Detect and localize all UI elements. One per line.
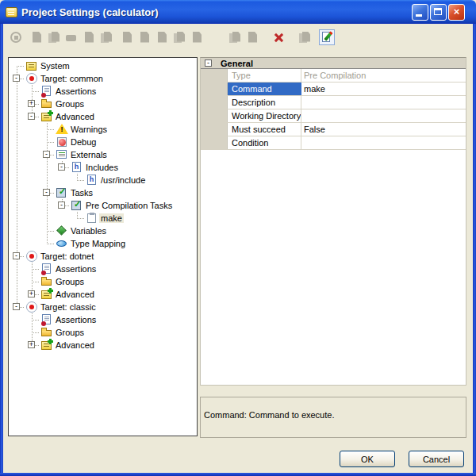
property-value[interactable] [301, 136, 466, 149]
property-row-working-directory: Working Directory [201, 109, 466, 123]
externals-icon [56, 148, 68, 161]
tree-indent [10, 161, 25, 174]
expand-icon[interactable]: + [28, 290, 35, 298]
property-indent-strip [201, 109, 228, 122]
tree-connector: - [10, 301, 25, 313]
tree-node-label[interactable]: make [99, 213, 124, 223]
tree-connector: - [40, 186, 55, 199]
toolbar-button-8-icon [138, 31, 152, 44]
property-name[interactable]: Type [228, 69, 301, 82]
tree-node-label[interactable]: Advanced [54, 340, 96, 350]
toolbar-button-12-icon [228, 31, 242, 44]
tree-indent [10, 85, 25, 98]
collapse-icon[interactable]: - [13, 75, 20, 82]
tree-node-label[interactable]: Groups [54, 277, 86, 286]
groups-icon [40, 326, 53, 339]
edit-button[interactable] [319, 29, 335, 45]
collapse-icon[interactable]: - [43, 189, 50, 196]
toolbar-button-9-icon [155, 31, 169, 44]
property-value[interactable] [301, 96, 466, 109]
property-name[interactable]: Working Directory [228, 109, 301, 122]
window-icon [6, 7, 17, 17]
tree-node-label[interactable]: Advanced [54, 290, 96, 299]
property-name[interactable]: Must succeed [228, 123, 301, 136]
tasks-icon [71, 199, 83, 212]
groups-icon [40, 275, 53, 288]
tree-node-advanced: +Advanced [10, 339, 197, 351]
toolbar-button-1-icon [10, 31, 23, 44]
delete-button[interactable] [272, 31, 286, 44]
ok-button[interactable]: OK [340, 451, 395, 467]
assertions-icon [40, 313, 53, 326]
minimize-icon [416, 14, 422, 17]
tree-indent [10, 186, 25, 199]
property-indent-strip [201, 69, 228, 82]
tree-indent [10, 225, 25, 237]
expand-icon[interactable]: + [28, 341, 35, 348]
tree-node-label[interactable]: Target: dotnet [39, 251, 95, 261]
tree-node-label[interactable]: Assertions [54, 86, 98, 96]
tree-node-target-dotnet: -Target: dotnet [10, 250, 197, 263]
close-button[interactable]: × [448, 4, 465, 21]
category-row-general[interactable]: - General [201, 58, 466, 69]
property-grid: - General TypePre CompilationCommandmake… [200, 57, 466, 386]
tree-node-label[interactable]: Warnings [69, 125, 109, 134]
tree-indent [10, 123, 25, 136]
cancel-button[interactable]: Cancel [409, 451, 464, 467]
window-border-bottom [0, 473, 476, 476]
tree-connector: - [55, 199, 70, 212]
tree-indent [10, 136, 25, 148]
property-name[interactable]: Description [228, 96, 301, 109]
tree-node-advanced: +Advanced [10, 288, 197, 301]
toolbar-button-5-icon [83, 31, 96, 44]
property-value[interactable] [301, 109, 466, 122]
collapse-icon[interactable]: - [13, 303, 20, 310]
tree-node-label[interactable]: Debug [69, 137, 98, 147]
property-value[interactable]: make [301, 83, 466, 95]
tree-node-label[interactable]: Advanced [54, 112, 96, 121]
tree-connector: + [25, 339, 40, 351]
property-name[interactable]: Command [228, 83, 301, 95]
tree-node-includes: -Includes [10, 161, 197, 174]
tree-connector: - [55, 161, 70, 174]
tree-node-label[interactable]: Groups [54, 328, 86, 337]
tree-indent [40, 161, 55, 174]
property-indent-strip [201, 96, 228, 109]
tree-node-label[interactable]: System [39, 61, 71, 71]
maximize-button[interactable] [430, 4, 447, 21]
expand-icon[interactable]: + [28, 100, 35, 107]
tree-connector: - [40, 148, 55, 161]
tree-indent [10, 275, 25, 288]
collapse-icon[interactable]: - [58, 202, 65, 209]
tree-node-label[interactable]: Target: common [39, 74, 105, 83]
warnings-icon [56, 123, 68, 136]
tree-node-assertions: Assertions [10, 263, 197, 275]
collapse-icon[interactable]: - [13, 252, 20, 259]
target-icon [25, 250, 38, 263]
tree-node-label[interactable]: Variables [69, 226, 108, 236]
minimize-button[interactable] [412, 4, 428, 21]
property-name[interactable]: Condition [228, 136, 301, 149]
titlebar[interactable]: Project Settings (calculator) × [0, 0, 476, 24]
collapse-icon[interactable]: - [43, 151, 50, 158]
tree-connector [10, 60, 25, 72]
tree-node-label[interactable]: Type Mapping [69, 239, 127, 248]
property-row-must-succeed: Must succeedFalse [201, 123, 466, 136]
tree-indent [25, 199, 40, 212]
tree-node-label[interactable]: Pre Compilation Tasks [84, 201, 174, 210]
tree-node-label[interactable]: Tasks [69, 188, 94, 198]
tree-connector [40, 225, 55, 237]
tree-node-label[interactable]: Assertions [54, 315, 98, 324]
property-value[interactable]: False [301, 123, 466, 136]
tree-node-label[interactable]: Externals [69, 150, 109, 159]
tree-node-label[interactable]: Assertions [54, 264, 98, 274]
collapse-icon[interactable]: - [58, 163, 65, 171]
collapse-icon[interactable]: - [28, 113, 35, 120]
tree-node-label[interactable]: /usr/include [99, 175, 147, 185]
tree-indent [55, 174, 70, 186]
tree-node-label[interactable]: Includes [84, 163, 120, 172]
tree-node-label[interactable]: Target: classic [39, 302, 98, 312]
tree-node-label[interactable]: Groups [54, 99, 86, 109]
toolbar-button-3-icon [48, 31, 61, 44]
collapse-icon[interactable]: - [205, 60, 212, 67]
